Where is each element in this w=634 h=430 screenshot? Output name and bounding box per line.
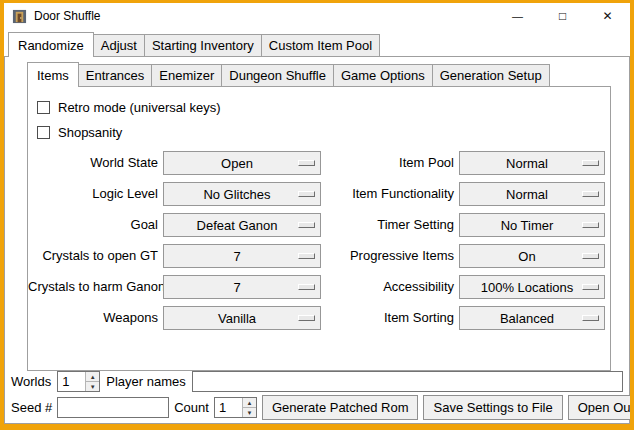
dropdown-indicator-icon: [582, 191, 599, 197]
randomize-tab-panel: Items Entrances Enemizer Dungeon Shuffle…: [4, 56, 630, 424]
inner-notebook: Items Entrances Enemizer Dungeon Shuffle…: [27, 62, 611, 371]
spin-down-icon[interactable]: ▼: [242, 407, 256, 417]
dropdown-world-state[interactable]: Open: [163, 151, 321, 175]
checkbox-label: Retro mode (universal keys): [58, 100, 221, 115]
outer-tab-bar: Randomize Adjust Starting Inventory Cust…: [4, 32, 630, 56]
door-shuffle-window: Door Shuffle — □ ✕ Randomize Adjust Star…: [0, 0, 634, 430]
dropdown-goal[interactable]: Defeat Ganon: [163, 213, 321, 237]
minimize-button[interactable]: —: [495, 3, 540, 29]
dropdown-item-pool[interactable]: Normal: [459, 151, 605, 175]
spin-up-icon[interactable]: ▲: [242, 398, 256, 407]
progressive-items-label: Progressive Items: [326, 244, 454, 268]
checkbox-label: Shopsanity: [58, 125, 122, 140]
checkbox-box-icon[interactable]: [37, 126, 50, 139]
dropdown-indicator-icon: [582, 160, 599, 166]
open-output-directory-button[interactable]: Open Output Directory: [568, 395, 634, 420]
save-settings-button[interactable]: Save Settings to File: [423, 395, 562, 420]
app-icon: [12, 9, 27, 24]
dropdown-indicator-icon: [298, 191, 315, 197]
spin-arrows: ▲ ▼: [85, 372, 99, 391]
checkbox-retro-mode[interactable]: Retro mode (universal keys): [37, 95, 610, 120]
tab-starting-inventory[interactable]: Starting Inventory: [144, 34, 262, 56]
crystals-harm-ganon-label: Crystals to harm Ganon: [28, 275, 158, 299]
dropdown-crystals-open-gt[interactable]: 7: [163, 244, 321, 268]
dropdown-value: Defeat Ganon: [197, 218, 288, 233]
item-sorting-label: Item Sorting: [326, 306, 454, 330]
dropdown-indicator-icon: [582, 284, 599, 290]
window-title: Door Shuffle: [34, 9, 101, 23]
player-names-label: Player names: [106, 374, 185, 389]
checkbox-box-icon[interactable]: [37, 101, 50, 114]
dropdown-crystals-harm-ganon[interactable]: 7: [163, 275, 321, 299]
item-functionality-label: Item Functionality: [326, 182, 454, 206]
dropdown-indicator-icon: [298, 315, 315, 321]
tab-dungeon-shuffle[interactable]: Dungeon Shuffle: [221, 64, 334, 86]
dropdown-indicator-icon: [582, 315, 599, 321]
seed-input[interactable]: [57, 397, 169, 418]
dropdown-value: No Timer: [501, 218, 564, 233]
dropdown-value: Balanced: [500, 311, 564, 326]
dropdown-indicator-icon: [298, 253, 315, 259]
tab-entrances[interactable]: Entrances: [78, 64, 153, 86]
window-controls: — □ ✕: [495, 3, 630, 29]
dropdown-value: 100% Locations: [481, 280, 584, 295]
dropdown-value: No Glitches: [203, 187, 280, 202]
dropdown-item-functionality[interactable]: Normal: [459, 182, 605, 206]
tab-randomize[interactable]: Randomize: [8, 32, 94, 57]
accessibility-label: Accessibility: [326, 275, 454, 299]
seed-label: Seed #: [11, 400, 52, 415]
dropdown-indicator-icon: [298, 222, 315, 228]
count-spinbox[interactable]: 1 ▲ ▼: [214, 397, 257, 418]
count-label: Count: [174, 400, 209, 415]
titlebar[interactable]: Door Shuffle — □ ✕: [4, 3, 630, 29]
checkbox-shopsanity[interactable]: Shopsanity: [37, 120, 610, 145]
dropdown-indicator-icon: [298, 284, 315, 290]
dropdown-item-sorting[interactable]: Balanced: [459, 306, 605, 330]
tab-generation-setup[interactable]: Generation Setup: [432, 64, 550, 86]
goal-label: Goal: [28, 213, 158, 237]
seed-row: Seed # Count 1 ▲ ▼ Generate Patched Rom …: [5, 395, 629, 420]
world-state-label: World State: [28, 151, 158, 175]
dropdown-indicator-icon: [582, 222, 599, 228]
dropdown-value: Normal: [506, 187, 558, 202]
settings-grid: World State Open Item Pool Normal Logic …: [28, 151, 610, 330]
dropdown-accessibility[interactable]: 100% Locations: [459, 275, 605, 299]
spin-down-icon[interactable]: ▼: [85, 381, 99, 391]
tab-items[interactable]: Items: [27, 62, 79, 87]
count-value[interactable]: 1: [215, 398, 242, 417]
timer-setting-label: Timer Setting: [326, 213, 454, 237]
close-button[interactable]: ✕: [585, 3, 630, 29]
items-tab-panel: Retro mode (universal keys) Shopsanity W…: [27, 86, 611, 371]
dropdown-value: Normal: [506, 156, 558, 171]
worlds-spinbox[interactable]: 1 ▲ ▼: [57, 371, 100, 392]
spin-up-icon[interactable]: ▲: [85, 372, 99, 381]
dropdown-timer-setting[interactable]: No Timer: [459, 213, 605, 237]
weapons-label: Weapons: [28, 306, 158, 330]
dropdown-logic-level[interactable]: No Glitches: [163, 182, 321, 206]
dropdown-value: On: [518, 249, 545, 264]
spin-arrows: ▲ ▼: [242, 398, 256, 417]
crystals-open-gt-label: Crystals to open GT: [28, 244, 158, 268]
worlds-row: Worlds 1 ▲ ▼ Player names: [5, 371, 629, 392]
dropdown-value: 7: [233, 280, 250, 295]
inner-tab-bar: Items Entrances Enemizer Dungeon Shuffle…: [27, 62, 611, 86]
tab-enemizer[interactable]: Enemizer: [151, 64, 222, 86]
dropdown-progressive-items[interactable]: On: [459, 244, 605, 268]
dropdown-indicator-icon: [298, 160, 315, 166]
worlds-value[interactable]: 1: [58, 372, 85, 391]
tab-custom-item-pool[interactable]: Custom Item Pool: [261, 34, 380, 56]
worlds-label: Worlds: [11, 374, 51, 389]
dropdown-weapons[interactable]: Vanilla: [163, 306, 321, 330]
dropdown-value: Vanilla: [218, 311, 266, 326]
tab-adjust[interactable]: Adjust: [93, 34, 145, 56]
dropdown-value: Open: [221, 156, 263, 171]
tab-game-options[interactable]: Game Options: [333, 64, 433, 86]
dropdown-indicator-icon: [582, 253, 599, 259]
generate-patched-rom-button[interactable]: Generate Patched Rom: [262, 395, 419, 420]
player-names-input[interactable]: [192, 371, 623, 392]
item-pool-label: Item Pool: [326, 151, 454, 175]
dropdown-value: 7: [233, 249, 250, 264]
maximize-button[interactable]: □: [540, 3, 585, 29]
logic-level-label: Logic Level: [28, 182, 158, 206]
